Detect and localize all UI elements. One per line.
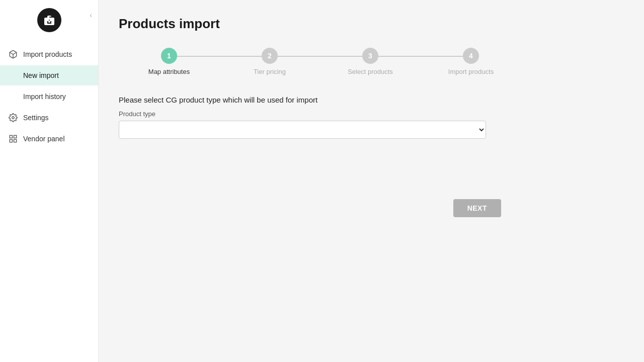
logo-icon [43,14,55,26]
sidebar-item-label: Settings [23,114,49,122]
sidebar-item-new-import[interactable]: New import [0,65,98,85]
step-circle-3: 3 [362,48,378,64]
form-question: Please select CG product type which will… [119,96,501,104]
next-button[interactable]: NEXT [453,199,501,217]
sidebar-collapse-button[interactable]: ‹ [90,11,92,19]
sidebar-item-label: New import [23,71,59,79]
sidebar-item-import-history[interactable]: Import history [0,86,98,107]
form-section: Please select CG product type which will… [119,96,501,139]
svg-rect-2 [10,135,12,138]
main-content: Products import 1 Map attributes 2 Tier … [99,0,644,362]
sidebar-item-label: Import products [23,50,72,58]
sidebar-item-import-products[interactable]: Import products [0,44,98,64]
step-label-1: Map attributes [148,68,190,75]
form-footer: NEXT [119,199,501,217]
sidebar: ‹ Import products New import Import hist… [0,0,99,362]
step-circle-1: 1 [161,48,177,64]
sidebar-nav: Import products New import Import histor… [0,44,98,149]
import-history-icon [8,92,18,102]
sidebar-item-label: Vendor panel [23,135,65,143]
sidebar-item-settings[interactable]: Settings [0,108,98,128]
svg-rect-5 [14,140,17,142]
new-import-icon [8,70,18,80]
step-2: 2 Tier pricing [219,48,320,75]
step-1: 1 Map attributes [119,48,219,75]
step-circle-4: 4 [463,48,479,64]
app-logo [37,8,61,32]
sidebar-item-label: Import history [23,93,66,101]
page-title: Products import [119,16,624,32]
product-type-label: Product type [119,110,501,118]
product-type-select[interactable] [119,121,486,139]
step-4: 4 Import products [421,48,521,75]
grid-icon [8,134,18,144]
step-label-3: Select products [348,68,393,75]
step-3: 3 Select products [320,48,421,75]
sidebar-item-vendor-panel[interactable]: Vendor panel [0,129,98,149]
stepper: 1 Map attributes 2 Tier pricing 3 Select… [119,48,521,75]
settings-icon [8,113,18,123]
svg-rect-4 [10,140,12,142]
box-icon [8,49,18,59]
svg-rect-3 [14,135,17,138]
step-label-2: Tier pricing [254,68,286,75]
step-label-4: Import products [448,68,494,75]
svg-point-1 [12,117,15,119]
step-circle-2: 2 [262,48,278,64]
